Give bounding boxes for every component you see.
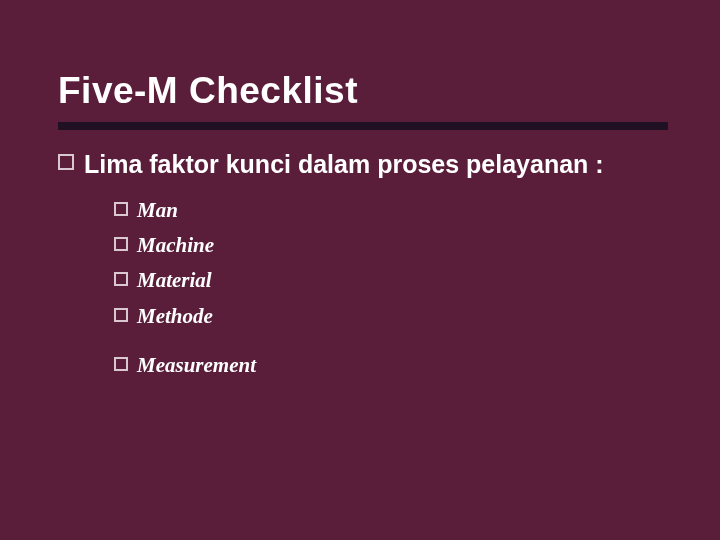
checkbox-icon — [114, 357, 128, 371]
main-point-row: Lima faktor kunci dalam proses pelayanan… — [58, 148, 670, 182]
slide-title: Five-M Checklist — [58, 70, 670, 112]
spacer — [58, 337, 670, 351]
list-item: Man — [114, 196, 670, 224]
checkbox-icon — [114, 237, 128, 251]
list-item: Material — [114, 266, 670, 294]
checkbox-icon — [114, 202, 128, 216]
checkbox-icon — [114, 272, 128, 286]
list-item-label: Machine — [137, 231, 214, 259]
list-item: Methode — [114, 302, 670, 330]
sub-list-group-1: Man Machine Material Methode — [114, 196, 670, 330]
list-item-label: Measurement — [137, 351, 256, 379]
sub-list-group-2: Measurement — [114, 351, 670, 379]
list-item: Measurement — [114, 351, 670, 379]
checkbox-icon — [114, 308, 128, 322]
checkbox-icon — [58, 154, 74, 170]
list-item-label: Man — [137, 196, 178, 224]
slide: Five-M Checklist Lima faktor kunci dalam… — [0, 0, 720, 540]
title-underline — [58, 122, 668, 130]
list-item: Machine — [114, 231, 670, 259]
main-point-text: Lima faktor kunci dalam proses pelayanan… — [84, 148, 604, 182]
list-item-label: Methode — [137, 302, 213, 330]
list-item-label: Material — [137, 266, 212, 294]
